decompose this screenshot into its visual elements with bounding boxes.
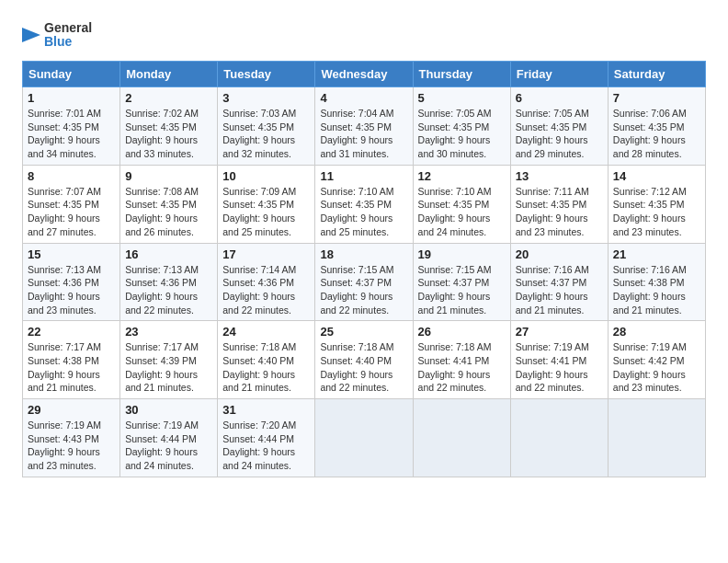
- page-wrapper: General Blue SundayMondayTuesdayWednesda…: [22, 18, 706, 477]
- day-number: 13: [516, 169, 603, 183]
- day-info: Sunrise: 7:15 AMSunset: 4:37 PMDaylight:…: [320, 263, 407, 317]
- week-row-4: 22Sunrise: 7:17 AMSunset: 4:38 PMDayligh…: [23, 321, 706, 399]
- day-number: 20: [516, 247, 603, 261]
- day-info: Sunrise: 7:17 AMSunset: 4:38 PMDaylight:…: [28, 340, 115, 395]
- col-header-friday: Friday: [510, 62, 608, 87]
- day-info: Sunrise: 7:19 AMSunset: 4:42 PMDaylight:…: [613, 340, 700, 395]
- calendar-cell: 24Sunrise: 7:18 AMSunset: 4:40 PMDayligh…: [218, 321, 315, 399]
- day-info: Sunrise: 7:18 AMSunset: 4:40 PMDaylight:…: [320, 340, 407, 395]
- calendar-cell: [608, 399, 705, 477]
- day-number: 30: [125, 403, 212, 417]
- calendar-cell: 25Sunrise: 7:18 AMSunset: 4:40 PMDayligh…: [315, 321, 413, 399]
- day-info: Sunrise: 7:18 AMSunset: 4:40 PMDaylight:…: [222, 340, 310, 395]
- calendar-cell: 23Sunrise: 7:17 AMSunset: 4:39 PMDayligh…: [120, 321, 218, 399]
- logo-general: General: [44, 21, 92, 35]
- day-number: 15: [28, 247, 115, 261]
- calendar-cell: 21Sunrise: 7:16 AMSunset: 4:38 PMDayligh…: [608, 243, 705, 321]
- calendar-cell: 1Sunrise: 7:01 AMSunset: 4:35 PMDaylight…: [23, 87, 120, 166]
- calendar-cell: 9Sunrise: 7:08 AMSunset: 4:35 PMDaylight…: [120, 165, 218, 243]
- svg-marker-0: [22, 28, 40, 42]
- day-info: Sunrise: 7:03 AMSunset: 4:35 PMDaylight:…: [222, 107, 310, 161]
- calendar-cell: 22Sunrise: 7:17 AMSunset: 4:38 PMDayligh…: [23, 321, 120, 399]
- day-info: Sunrise: 7:01 AMSunset: 4:35 PMDaylight:…: [28, 107, 115, 161]
- calendar-cell: 19Sunrise: 7:15 AMSunset: 4:37 PMDayligh…: [413, 243, 510, 321]
- day-info: Sunrise: 7:19 AMSunset: 4:44 PMDaylight:…: [125, 419, 212, 473]
- day-info: Sunrise: 7:10 AMSunset: 4:35 PMDaylight:…: [320, 185, 407, 239]
- header-row: SundayMondayTuesdayWednesdayThursdayFrid…: [23, 62, 706, 87]
- day-number: 31: [222, 403, 310, 417]
- calendar-cell: 13Sunrise: 7:11 AMSunset: 4:35 PMDayligh…: [510, 165, 608, 243]
- header: General Blue: [22, 18, 706, 52]
- day-number: 27: [516, 325, 603, 339]
- day-number: 7: [613, 91, 700, 105]
- calendar-cell: 30Sunrise: 7:19 AMSunset: 4:44 PMDayligh…: [120, 399, 218, 477]
- day-number: 11: [320, 169, 407, 183]
- week-row-5: 29Sunrise: 7:19 AMSunset: 4:43 PMDayligh…: [23, 399, 706, 477]
- calendar-cell: [413, 399, 510, 477]
- calendar-cell: 15Sunrise: 7:13 AMSunset: 4:36 PMDayligh…: [23, 243, 120, 321]
- day-info: Sunrise: 7:05 AMSunset: 4:35 PMDaylight:…: [418, 107, 506, 161]
- calendar-cell: 20Sunrise: 7:16 AMSunset: 4:37 PMDayligh…: [510, 243, 608, 321]
- col-header-sunday: Sunday: [23, 62, 120, 87]
- col-header-tuesday: Tuesday: [218, 62, 315, 87]
- day-info: Sunrise: 7:19 AMSunset: 4:41 PMDaylight:…: [516, 340, 603, 395]
- day-info: Sunrise: 7:06 AMSunset: 4:35 PMDaylight:…: [613, 107, 700, 161]
- calendar-cell: 31Sunrise: 7:20 AMSunset: 4:44 PMDayligh…: [218, 399, 315, 477]
- day-number: 17: [222, 247, 310, 261]
- calendar-cell: 28Sunrise: 7:19 AMSunset: 4:42 PMDayligh…: [608, 321, 705, 399]
- day-number: 24: [222, 325, 310, 339]
- day-info: Sunrise: 7:14 AMSunset: 4:36 PMDaylight:…: [222, 263, 310, 317]
- day-number: 28: [613, 325, 700, 339]
- calendar-cell: 18Sunrise: 7:15 AMSunset: 4:37 PMDayligh…: [315, 243, 413, 321]
- calendar-cell: 17Sunrise: 7:14 AMSunset: 4:36 PMDayligh…: [218, 243, 315, 321]
- calendar-cell: 16Sunrise: 7:13 AMSunset: 4:36 PMDayligh…: [120, 243, 218, 321]
- day-info: Sunrise: 7:18 AMSunset: 4:41 PMDaylight:…: [418, 340, 506, 395]
- day-number: 23: [125, 325, 212, 339]
- calendar-cell: 10Sunrise: 7:09 AMSunset: 4:35 PMDayligh…: [218, 165, 315, 243]
- calendar-cell: [315, 399, 413, 477]
- calendar-cell: [510, 399, 608, 477]
- day-info: Sunrise: 7:17 AMSunset: 4:39 PMDaylight:…: [125, 340, 212, 395]
- calendar-cell: 12Sunrise: 7:10 AMSunset: 4:35 PMDayligh…: [413, 165, 510, 243]
- day-number: 25: [320, 325, 407, 339]
- week-row-2: 8Sunrise: 7:07 AMSunset: 4:35 PMDaylight…: [23, 165, 706, 243]
- calendar-cell: 6Sunrise: 7:05 AMSunset: 4:35 PMDaylight…: [510, 87, 608, 166]
- day-number: 6: [516, 91, 603, 105]
- day-info: Sunrise: 7:08 AMSunset: 4:35 PMDaylight:…: [125, 185, 212, 239]
- day-number: 9: [125, 169, 212, 183]
- day-number: 16: [125, 247, 212, 261]
- day-info: Sunrise: 7:13 AMSunset: 4:36 PMDaylight:…: [28, 263, 115, 317]
- day-number: 22: [28, 325, 115, 339]
- day-number: 12: [418, 169, 506, 183]
- col-header-thursday: Thursday: [413, 62, 510, 87]
- logo-blue: Blue: [44, 35, 92, 49]
- calendar-cell: 11Sunrise: 7:10 AMSunset: 4:35 PMDayligh…: [315, 165, 413, 243]
- day-info: Sunrise: 7:07 AMSunset: 4:35 PMDaylight:…: [28, 185, 115, 239]
- calendar-cell: 27Sunrise: 7:19 AMSunset: 4:41 PMDayligh…: [510, 321, 608, 399]
- day-number: 21: [613, 247, 700, 261]
- calendar-table: SundayMondayTuesdayWednesdayThursdayFrid…: [22, 61, 706, 477]
- logo: General Blue: [22, 18, 92, 52]
- day-info: Sunrise: 7:04 AMSunset: 4:35 PMDaylight:…: [320, 107, 407, 161]
- calendar-cell: 14Sunrise: 7:12 AMSunset: 4:35 PMDayligh…: [608, 165, 705, 243]
- day-info: Sunrise: 7:10 AMSunset: 4:35 PMDaylight:…: [418, 185, 506, 239]
- calendar-cell: 26Sunrise: 7:18 AMSunset: 4:41 PMDayligh…: [413, 321, 510, 399]
- day-info: Sunrise: 7:16 AMSunset: 4:38 PMDaylight:…: [613, 263, 700, 317]
- day-number: 14: [613, 169, 700, 183]
- logo-text: General Blue: [44, 21, 92, 50]
- col-header-wednesday: Wednesday: [315, 62, 413, 87]
- col-header-saturday: Saturday: [608, 62, 705, 87]
- day-number: 1: [28, 91, 115, 105]
- day-number: 5: [418, 91, 506, 105]
- calendar-cell: 4Sunrise: 7:04 AMSunset: 4:35 PMDaylight…: [315, 87, 413, 166]
- calendar-cell: 29Sunrise: 7:19 AMSunset: 4:43 PMDayligh…: [23, 399, 120, 477]
- day-number: 4: [320, 91, 407, 105]
- day-number: 3: [222, 91, 310, 105]
- day-number: 26: [418, 325, 506, 339]
- day-info: Sunrise: 7:11 AMSunset: 4:35 PMDaylight:…: [516, 185, 603, 239]
- day-info: Sunrise: 7:05 AMSunset: 4:35 PMDaylight:…: [516, 107, 603, 161]
- week-row-3: 15Sunrise: 7:13 AMSunset: 4:36 PMDayligh…: [23, 243, 706, 321]
- day-info: Sunrise: 7:13 AMSunset: 4:36 PMDaylight:…: [125, 263, 212, 317]
- calendar-cell: 8Sunrise: 7:07 AMSunset: 4:35 PMDaylight…: [23, 165, 120, 243]
- day-number: 18: [320, 247, 407, 261]
